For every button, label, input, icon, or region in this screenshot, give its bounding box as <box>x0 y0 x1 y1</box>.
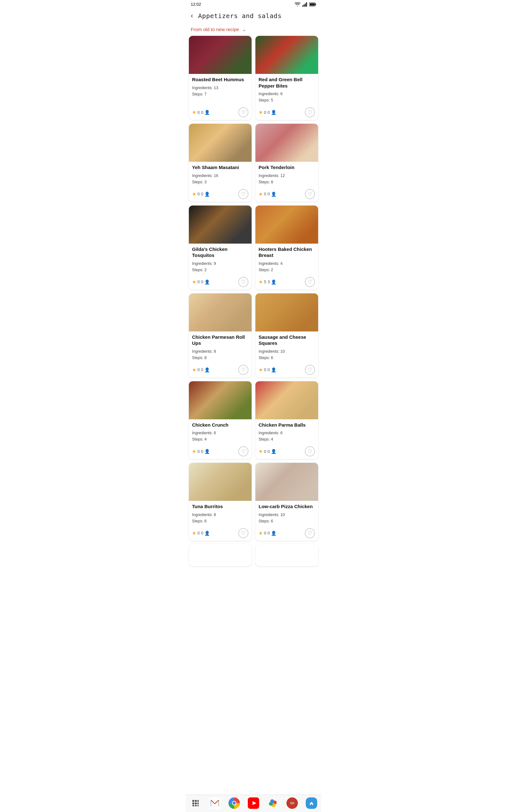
partial-card-2[interactable] <box>256 544 318 566</box>
card-body-sausage-cheese-squares: Sausage and Cheese Squares Ingredients: … <box>256 332 318 363</box>
recipe-card-yeh-shaam-masatani[interactable]: Yeh Shaam Masatani Ingredients: 16Steps:… <box>189 124 251 202</box>
signal-icon <box>302 2 307 7</box>
recipe-card-sausage-cheese-squares[interactable]: Sausage and Cheese Squares Ingredients: … <box>256 293 318 377</box>
card-title-tuna-burritos: Tuna Burritos <box>192 503 248 510</box>
favorite-button-pork-tenderloin[interactable]: ♡ <box>305 189 315 199</box>
favorite-button-red-green-bell-pepper[interactable]: ♡ <box>305 107 315 117</box>
card-footer-sausage-cheese-squares: ★ 0 0 👤 ♡ <box>256 363 318 377</box>
rating-value-red-green-bell-pepper: 0 <box>264 110 266 115</box>
recipe-card-hooters-baked-chicken[interactable]: Hooters Baked Chicken Breast Ingredients… <box>256 206 318 290</box>
favorite-button-low-carb-pizza-chicken[interactable]: ♡ <box>305 528 315 538</box>
person-icon-sausage-cheese-squares: 👤 <box>271 367 276 372</box>
favorite-button-chicken-crunch[interactable]: ♡ <box>238 446 248 456</box>
review-count-chicken-parmesan-roll-ups: 0 <box>201 367 203 372</box>
review-count-tuna-burritos: 0 <box>201 531 203 536</box>
review-count-hooters-baked-chicken: 3 <box>268 280 270 284</box>
card-footer-tuna-burritos: ★ 0 0 👤 ♡ <box>189 526 251 541</box>
card-footer-red-green-bell-pepper: ★ 0 0 👤 ♡ <box>256 105 318 120</box>
svg-rect-1 <box>303 4 304 7</box>
status-bar: 12:02 <box>186 0 321 8</box>
recipe-image-tuna-burritos <box>189 463 251 501</box>
card-meta-yeh-shaam-masatani: Ingredients: 16Steps: 3 <box>192 172 248 185</box>
card-footer-chicken-parmesan-roll-ups: ★ 0 0 👤 ♡ <box>189 363 251 377</box>
header: ‹ Appetizers and salads <box>186 8 321 24</box>
star-icon-chicken-crunch: ★ <box>192 449 196 454</box>
recipe-card-pork-tenderloin[interactable]: Pork Tenderloin Ingredients: 12Steps: 8 … <box>256 124 318 202</box>
card-title-gildas-chicken-tosquitos: Gilda's Chicken Tosquitos <box>192 246 248 258</box>
card-body-hooters-baked-chicken: Hooters Baked Chicken Breast Ingredients… <box>256 244 318 275</box>
recipe-card-low-carb-pizza-chicken[interactable]: Low-carb Pizza Chicken Ingredients: 10St… <box>256 463 318 541</box>
card-rating-red-green-bell-pepper: ★ 0 0 👤 <box>259 109 276 115</box>
card-rating-hooters-baked-chicken: ★ 5 3 👤 <box>259 279 276 285</box>
favorite-button-sausage-cheese-squares[interactable]: ♡ <box>305 365 315 375</box>
recipe-card-roasted-beet-hummus[interactable]: Roasted Beet Hummus Ingredients: 13Steps… <box>189 36 251 120</box>
card-meta-tuna-burritos: Ingredients: 8Steps: 6 <box>192 512 248 524</box>
card-footer-hooters-baked-chicken: ★ 5 3 👤 ♡ <box>256 275 318 290</box>
recipe-card-chicken-parma-balls[interactable]: Chicken Parma Balls Ingredients: 6Steps:… <box>256 381 318 459</box>
person-icon-chicken-parma-balls: 👤 <box>271 449 276 454</box>
star-icon-roasted-beet-hummus: ★ <box>192 109 196 115</box>
person-icon-roasted-beet-hummus: 👤 <box>205 110 210 115</box>
card-footer-gildas-chicken-tosquitos: ★ 0 0 👤 ♡ <box>189 275 251 290</box>
card-title-chicken-parmesan-roll-ups: Chicken Parmesan Roll Ups <box>192 334 248 346</box>
favorite-button-chicken-parma-balls[interactable]: ♡ <box>305 446 315 456</box>
card-rating-low-carb-pizza-chicken: ★ 0 0 👤 <box>259 530 276 536</box>
card-body-red-green-bell-pepper: Red and Green Bell Pepper Bites Ingredie… <box>256 74 318 105</box>
svg-rect-6 <box>310 3 315 5</box>
recipe-card-tuna-burritos[interactable]: Tuna Burritos Ingredients: 8Steps: 6 ★ 0… <box>189 463 251 541</box>
rating-value-pork-tenderloin: 0 <box>264 192 266 196</box>
card-body-gildas-chicken-tosquitos: Gilda's Chicken Tosquitos Ingredients: 9… <box>189 244 251 275</box>
star-icon-low-carb-pizza-chicken: ★ <box>259 530 263 536</box>
star-icon-hooters-baked-chicken: ★ <box>259 279 263 285</box>
recipe-card-red-green-bell-pepper[interactable]: Red and Green Bell Pepper Bites Ingredie… <box>256 36 318 120</box>
card-footer-roasted-beet-hummus: ★ 0 0 👤 ♡ <box>189 105 251 120</box>
rating-value-chicken-crunch: 0 <box>198 449 200 454</box>
favorite-button-hooters-baked-chicken[interactable]: ♡ <box>305 277 315 287</box>
page-title: Appetizers and salads <box>198 12 281 20</box>
person-icon-tuna-burritos: 👤 <box>205 531 210 536</box>
recipe-image-chicken-parmesan-roll-ups <box>189 293 251 332</box>
person-icon-chicken-crunch: 👤 <box>205 449 210 454</box>
recipe-image-roasted-beet-hummus <box>189 36 251 74</box>
recipe-image-sausage-cheese-squares <box>256 293 318 332</box>
recipe-card-chicken-parmesan-roll-ups[interactable]: Chicken Parmesan Roll Ups Ingredients: 8… <box>189 293 251 377</box>
partial-card-1[interactable] <box>189 544 251 566</box>
card-title-chicken-crunch: Chicken Crunch <box>192 422 248 428</box>
card-footer-chicken-crunch: ★ 0 0 👤 ♡ <box>189 444 251 459</box>
card-meta-roasted-beet-hummus: Ingredients: 13Steps: 7 <box>192 85 248 104</box>
card-body-yeh-shaam-masatani: Yeh Shaam Masatani Ingredients: 16Steps:… <box>189 162 251 187</box>
favorite-button-yeh-shaam-masatani[interactable]: ♡ <box>238 189 248 199</box>
card-meta-low-carb-pizza-chicken: Ingredients: 10Steps: 6 <box>259 512 315 524</box>
recipe-image-chicken-parma-balls <box>256 381 318 419</box>
card-body-tuna-burritos: Tuna Burritos Ingredients: 8Steps: 6 <box>189 501 251 526</box>
card-title-red-green-bell-pepper: Red and Green Bell Pepper Bites <box>259 77 315 89</box>
person-icon-hooters-baked-chicken: 👤 <box>271 280 276 285</box>
favorite-button-gildas-chicken-tosquitos[interactable]: ♡ <box>238 277 248 287</box>
sort-row[interactable]: From old to new recipe ⌄ <box>186 24 321 36</box>
card-meta-sausage-cheese-squares: Ingredients: 10Steps: 6 <box>259 348 315 361</box>
star-icon-red-green-bell-pepper: ★ <box>259 109 263 115</box>
card-rating-gildas-chicken-tosquitos: ★ 0 0 👤 <box>192 279 210 285</box>
card-rating-roasted-beet-hummus: ★ 0 0 👤 <box>192 109 210 115</box>
sort-chevron-icon[interactable]: ⌄ <box>242 26 246 33</box>
card-title-sausage-cheese-squares: Sausage and Cheese Squares <box>259 334 315 346</box>
status-time: 12:02 <box>191 2 201 7</box>
review-count-low-carb-pizza-chicken: 0 <box>268 531 270 536</box>
rating-value-roasted-beet-hummus: 0 <box>198 110 200 115</box>
card-title-yeh-shaam-masatani: Yeh Shaam Masatani <box>192 164 248 171</box>
favorite-button-chicken-parmesan-roll-ups[interactable]: ♡ <box>238 365 248 375</box>
recipe-card-chicken-crunch[interactable]: Chicken Crunch Ingredients: 6Steps: 4 ★ … <box>189 381 251 459</box>
rating-value-yeh-shaam-masatani: 0 <box>198 192 200 196</box>
recipe-card-gildas-chicken-tosquitos[interactable]: Gilda's Chicken Tosquitos Ingredients: 9… <box>189 206 251 290</box>
sort-label[interactable]: From old to new recipe <box>191 27 239 32</box>
favorite-button-roasted-beet-hummus[interactable]: ♡ <box>238 107 248 117</box>
rating-value-low-carb-pizza-chicken: 0 <box>264 531 266 536</box>
favorite-button-tuna-burritos[interactable]: ♡ <box>238 528 248 538</box>
back-button[interactable]: ‹ <box>188 10 195 21</box>
card-title-low-carb-pizza-chicken: Low-carb Pizza Chicken <box>259 503 315 510</box>
recipe-image-chicken-crunch <box>189 381 251 419</box>
svg-rect-5 <box>316 3 316 5</box>
recipe-image-red-green-bell-pepper <box>256 36 318 74</box>
recipe-image-hooters-baked-chicken <box>256 206 318 244</box>
card-meta-red-green-bell-pepper: Ingredients: 6Steps: 5 <box>259 91 315 103</box>
